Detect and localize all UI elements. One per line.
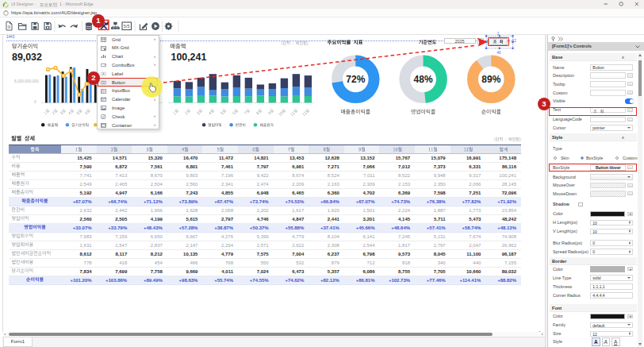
svg-text:12: 12 <box>512 39 517 43</box>
svg-text:2: 2 <box>497 32 500 36</box>
svg-text:40: 40 <box>496 51 501 55</box>
